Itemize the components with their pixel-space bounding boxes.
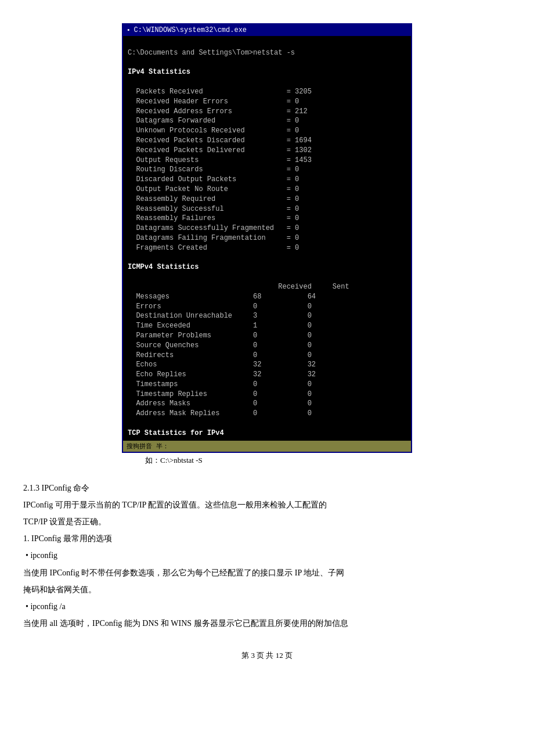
ipv4-fragments-created: Fragments Created = 0 <box>136 244 299 252</box>
ipv4-address-errors: Received Address Errors = 212 <box>136 107 307 116</box>
subsection1: 1. IPConfig 最常用的选项 <box>23 531 511 546</box>
ipv4-datagrams-fragmented: Datagrams Successfully Fragmented = 0 <box>136 224 299 232</box>
icmpv4-time-exceeded: Time Exceeded 1 0 <box>136 322 311 330</box>
cmd-icon: ▪ <box>127 27 131 34</box>
tcp-footer: TCP Statistics for IPv4 <box>128 429 224 437</box>
icmpv4-address-masks: Address Masks 0 0 <box>136 399 311 408</box>
page-number: 第 3 页 共 12 页 <box>241 651 293 660</box>
icmpv4-header: ICMPv4 Statistics <box>128 263 199 271</box>
icmpv4-timestamps: Timestamps 0 0 <box>136 380 311 388</box>
icmpv4-dest-unreachable: Destination Unreachable 3 0 <box>136 312 311 320</box>
cmd-statusbar: 搜狗拼音 半： <box>123 441 411 452</box>
icmpv4-param-problems: Parameter Problems 0 0 <box>136 332 311 340</box>
bullet1: • ipconfig <box>26 548 511 563</box>
bullet2: • ipconfig /a <box>26 599 511 614</box>
cmd-note: 如：C:\>nbtstat -S <box>145 455 203 466</box>
ipv4-reassembly-failures: Reassembly Failures = 0 <box>136 214 299 222</box>
cmd-titlebar: ▪ C:\WINDOWS\system32\cmd.exe <box>123 24 411 36</box>
cmd-prompt: C:\Documents and Settings\Tom>netstat -s <box>128 49 295 57</box>
desc2: 当使用 all 选项时，IPConfig 能为 DNS 和 WINS 服务器显示… <box>23 616 511 631</box>
para1: IPConfig 可用于显示当前的 TCP/IP 配置的设置值。这些信息一般用来… <box>23 498 511 512</box>
desc1b: 掩码和缺省网关值。 <box>23 582 511 597</box>
icmpv4-messages: Messages 68 64 <box>136 293 316 301</box>
ipv4-header: IPv4 Statistics <box>128 68 190 76</box>
ipv4-datagrams-failing: Datagrams Failing Fragmentation = 0 <box>136 234 299 242</box>
icmpv4-echo-replies: Echo Replies 32 32 <box>136 370 316 379</box>
ipv4-unknown-protocols: Unknown Protocols Received = 0 <box>136 127 299 135</box>
ipv4-output-requests: Output Requests = 1453 <box>136 156 311 164</box>
para1b: TCP/IP 设置是否正确。 <box>23 514 511 529</box>
icmpv4-timestamp-replies: Timestamp Replies 0 0 <box>136 390 311 398</box>
page-content: ▪ C:\WINDOWS\system32\cmd.exe C:\Documen… <box>23 12 511 661</box>
ipv4-packets-delivered: Received Packets Delivered = 1302 <box>136 146 311 154</box>
ipv4-routing-discards: Routing Discards = 0 <box>136 165 299 174</box>
icmpv4-address-mask-replies: Address Mask Replies 0 0 <box>136 409 311 417</box>
text-section: 2.1.3 IPConfig 命令 IPConfig 可用于显示当前的 TCP/… <box>23 481 511 633</box>
ipv4-datagrams-forwarded: Datagrams Forwarded = 0 <box>136 117 299 125</box>
icmpv4-echos: Echos 32 32 <box>136 361 316 369</box>
icmpv4-source-quenches: Source Quenches 0 0 <box>136 341 311 350</box>
cmd-title: C:\WINDOWS\system32\cmd.exe <box>134 26 247 34</box>
ipv4-discarded-output: Discarded Output Packets = 0 <box>136 175 299 183</box>
section-title: 2.1.3 IPConfig 命令 <box>23 481 511 495</box>
desc1a: 当使用 IPConfig 时不带任何参数选项，那么它为每个已经配置了的接口显示 … <box>23 566 511 580</box>
ipv4-header-errors: Received Header Errors = 0 <box>136 98 299 106</box>
ipv4-reassembly-required: Reassembly Required = 0 <box>136 195 299 203</box>
ipv4-packets-received: Packets Received = 3205 <box>136 88 311 96</box>
cmd-window: ▪ C:\WINDOWS\system32\cmd.exe C:\Documen… <box>122 23 412 453</box>
ipv4-reassembly-successful: Reassembly Successful = 0 <box>136 205 299 213</box>
icmpv4-col-headers: Received Sent <box>278 283 349 291</box>
ipv4-output-no-route: Output Packet No Route = 0 <box>136 185 299 193</box>
cmd-window-wrapper: ▪ C:\WINDOWS\system32\cmd.exe C:\Documen… <box>23 23 511 466</box>
cmd-statusbar-text: 搜狗拼音 半： <box>127 442 169 451</box>
cmd-body: C:\Documents and Settings\Tom>netstat -s… <box>123 36 411 441</box>
icmpv4-errors: Errors 0 0 <box>136 303 311 311</box>
ipv4-packets-discarded: Received Packets Discarded = 1694 <box>136 136 311 145</box>
page-footer: 第 3 页 共 12 页 <box>23 650 511 661</box>
icmpv4-redirects: Redirects 0 0 <box>136 351 311 359</box>
